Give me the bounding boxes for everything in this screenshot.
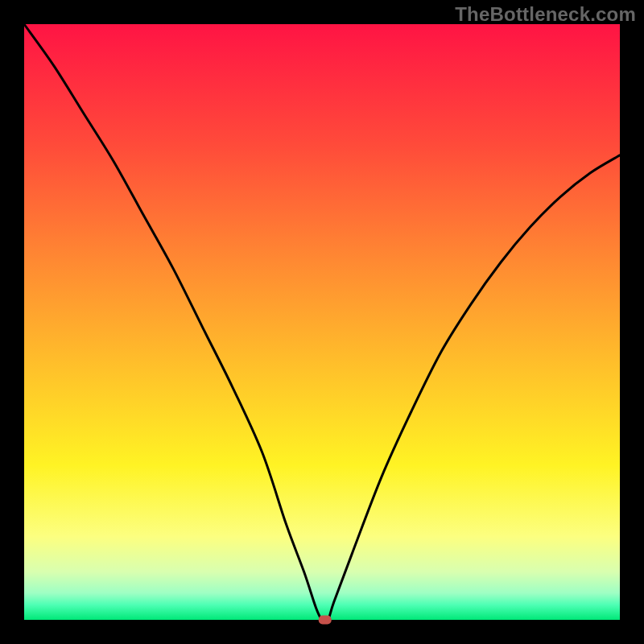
watermark-label: TheBottleneck.com bbox=[455, 3, 636, 26]
chart-frame: { "watermark": "TheBottleneck.com", "col… bbox=[0, 0, 644, 644]
plot-background bbox=[24, 24, 620, 620]
bottleneck-chart bbox=[0, 0, 644, 644]
optimal-marker bbox=[319, 616, 332, 625]
